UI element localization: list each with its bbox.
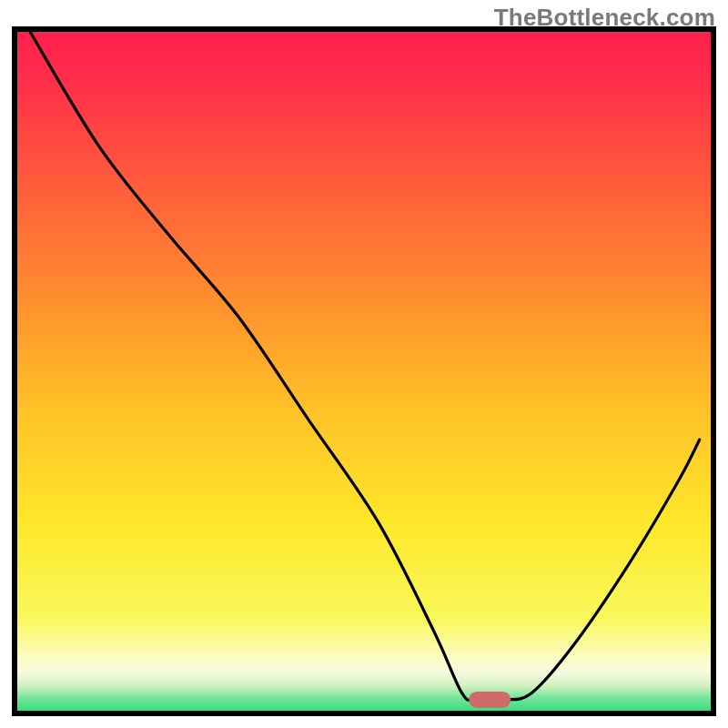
chart-svg: [0, 0, 728, 728]
bottleneck-chart: TheBottleneck.com: [0, 0, 728, 728]
watermark-text: TheBottleneck.com: [494, 4, 715, 32]
gradient-background: [15, 29, 713, 713]
optimal-marker: [469, 692, 511, 708]
